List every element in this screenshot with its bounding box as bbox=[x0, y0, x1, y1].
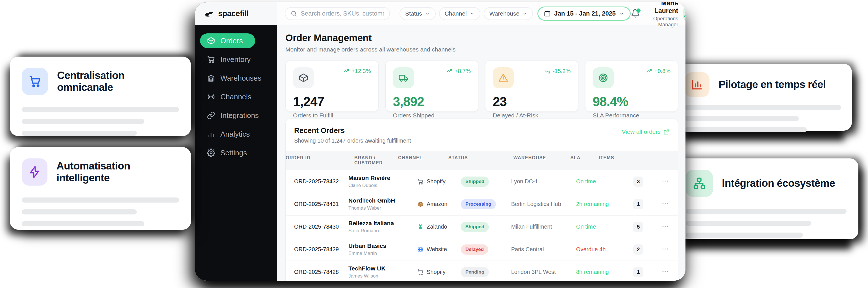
items-count-badge: 3 bbox=[633, 176, 643, 187]
feature-card-omnichannel: Centralisation omnicanale bbox=[10, 57, 191, 136]
brand-name: Urban Basics bbox=[348, 242, 417, 249]
view-all-label: View all orders bbox=[622, 128, 661, 135]
sidebar-item-label: Integrations bbox=[220, 111, 259, 120]
sidebar-item[interactable]: Integrations bbox=[200, 108, 266, 123]
skeleton-lines bbox=[22, 107, 179, 136]
ellipsis-icon bbox=[661, 177, 669, 185]
brand-customer: NordTech GmbH Thomas Weber bbox=[348, 197, 417, 211]
user-meta: Marie Laurent Operations Manager bbox=[653, 2, 678, 28]
column-header: ITEMS bbox=[599, 155, 614, 166]
table-row[interactable]: ORD-2025-78430 Bellezza Italiana Sofia R… bbox=[286, 215, 678, 238]
filter-label: Warehouse bbox=[489, 10, 520, 17]
logo[interactable]: spacefill bbox=[195, 2, 277, 25]
status-badge: Processing bbox=[461, 199, 496, 209]
skeleton-line bbox=[685, 127, 807, 132]
skeleton-line bbox=[686, 221, 811, 226]
customer-name: Sofia Romano bbox=[348, 228, 417, 234]
skeleton-line bbox=[22, 221, 144, 226]
avatar[interactable] bbox=[683, 6, 685, 22]
order-id: ORD-2025-78428 bbox=[286, 269, 348, 275]
panel-header-text: Recent Orders Showing 10 of 1,247 orders… bbox=[294, 126, 411, 144]
brand-name: NordTech GmbH bbox=[348, 197, 417, 204]
stat-icon-glyph bbox=[598, 73, 608, 83]
brand-customer: Maison Rivière Claire Dubois bbox=[348, 175, 417, 189]
recent-orders-panel: Recent Orders Showing 10 of 1,247 orders… bbox=[285, 118, 678, 281]
channel: Shopify bbox=[417, 269, 461, 276]
channel-icon bbox=[417, 178, 424, 185]
order-id: ORD-2025-78432 bbox=[286, 178, 348, 185]
row-menu-button[interactable] bbox=[661, 223, 678, 231]
table-row[interactable]: ORD-2025-78429 Urban Basics Emma Martin … bbox=[286, 238, 678, 261]
stat-card: -15.2% 23 Delayed / At-Risk bbox=[485, 60, 578, 112]
ellipsis-icon bbox=[661, 245, 669, 253]
channel: Amazon bbox=[417, 201, 461, 208]
channel-label: Website bbox=[427, 246, 447, 253]
feature-card-header: Pilotage en temps réel bbox=[685, 72, 841, 97]
trend-value: +8.7% bbox=[455, 68, 471, 75]
items: 1 bbox=[633, 267, 661, 277]
row-menu-button[interactable] bbox=[661, 200, 678, 208]
table-row[interactable]: ORD-2025-78431 NordTech GmbH Thomas Webe… bbox=[286, 193, 678, 215]
column-header: WAREHOUSE bbox=[514, 155, 570, 166]
feature-card-realtime: Pilotage en temps réel bbox=[674, 64, 852, 131]
sidebar-item[interactable]: Warehouses bbox=[200, 71, 268, 85]
sidebar-item-icon bbox=[207, 55, 215, 64]
external-link-icon bbox=[663, 129, 670, 135]
sidebar-item[interactable]: Orders bbox=[200, 33, 255, 48]
column-header: STATUS bbox=[448, 155, 514, 166]
warehouse: Lyon DC-1 bbox=[511, 178, 576, 185]
sidebar-item-icon bbox=[207, 148, 215, 157]
sidebar-item-label: Warehouses bbox=[220, 74, 261, 83]
table-row[interactable]: ORD-2025-78432 Maison Rivière Claire Dub… bbox=[286, 170, 678, 193]
row-menu-button[interactable] bbox=[661, 245, 678, 254]
skeleton-line bbox=[22, 131, 137, 136]
feature-card-header: Intégration écosystème bbox=[686, 170, 846, 197]
column-header: SLA bbox=[570, 155, 599, 166]
stat-label: Orders to Fulfill bbox=[293, 112, 371, 119]
stat-value: 98.4% bbox=[593, 94, 671, 109]
chevron-down-icon bbox=[522, 11, 527, 16]
stat-icon bbox=[393, 67, 414, 88]
stats-row: +12.3% 1,247 Orders to Fulfill +8.7% bbox=[285, 60, 678, 112]
view-all-orders-link[interactable]: View all orders bbox=[622, 128, 670, 135]
items: 5 bbox=[633, 222, 661, 232]
topbar: Search orders, SKUs, customers... Status… bbox=[277, 2, 685, 25]
sidebar-item[interactable]: Settings bbox=[200, 145, 254, 160]
filter-dropdown[interactable]: Channel bbox=[439, 7, 480, 20]
date-range-label: Jan 15 - Jan 21, 2025 bbox=[554, 10, 616, 17]
sidebar-item[interactable]: Inventory bbox=[200, 52, 257, 67]
table-body: ORD-2025-78432 Maison Rivière Claire Dub… bbox=[286, 170, 678, 281]
status-badge: Shipped bbox=[461, 176, 489, 187]
bar-chart-icon bbox=[685, 72, 710, 97]
stat-value: 23 bbox=[493, 94, 571, 109]
table-row[interactable]: ORD-2025-78428 TechFlow UK James Wilson … bbox=[286, 261, 678, 281]
filter-dropdown[interactable]: Warehouse bbox=[484, 7, 533, 20]
ellipsis-icon bbox=[661, 223, 669, 230]
trend-icon bbox=[544, 68, 550, 75]
status-badge: Pending bbox=[461, 267, 489, 277]
network-icon bbox=[686, 170, 713, 197]
stat-icon bbox=[493, 67, 514, 88]
trend-badge: +12.3% bbox=[343, 68, 371, 75]
sidebar-item[interactable]: Analytics bbox=[200, 127, 256, 141]
row-menu-button[interactable] bbox=[661, 268, 678, 277]
bell-icon[interactable] bbox=[631, 9, 640, 19]
logo-text: spacefill bbox=[218, 9, 249, 18]
items-count-badge: 1 bbox=[633, 267, 643, 277]
sla: 8h remaining bbox=[576, 269, 633, 275]
lightning-icon bbox=[22, 159, 48, 185]
trend-badge: +0.8% bbox=[646, 68, 671, 75]
feature-card-title: Centralisation omnicanale bbox=[57, 69, 179, 93]
sidebar-item-label: Orders bbox=[220, 36, 243, 45]
panel-subtitle: Showing 10 of 1,247 orders awaiting fulf… bbox=[294, 138, 411, 144]
skeleton-lines bbox=[685, 105, 841, 132]
row-menu-button[interactable] bbox=[661, 177, 678, 186]
search-input[interactable]: Search orders, SKUs, customers... bbox=[285, 7, 390, 20]
customer-name: James Wilson bbox=[348, 273, 417, 279]
sidebar-item[interactable]: Channels bbox=[200, 89, 258, 104]
status-badge: Shipped bbox=[461, 222, 489, 232]
warehouse: Paris Central bbox=[511, 246, 576, 253]
date-range-picker[interactable]: Jan 15 - Jan 21, 2025 bbox=[537, 6, 631, 21]
filter-dropdown[interactable]: Status bbox=[400, 7, 436, 20]
skeleton-line bbox=[22, 198, 179, 203]
